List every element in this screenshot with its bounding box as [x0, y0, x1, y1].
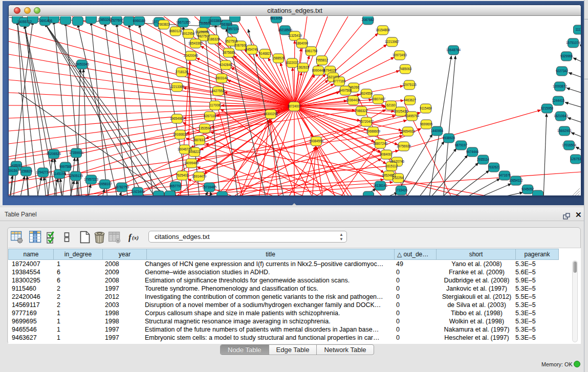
svg-text:7857224: 7857224: [227, 27, 239, 31]
svg-text:1440954: 1440954: [431, 129, 444, 133]
svg-text:9527508: 9527508: [225, 39, 238, 43]
svg-text:19166827: 19166827: [173, 133, 188, 136]
svg-text:13495794: 13495794: [405, 114, 420, 118]
svg-text:(x): (x): [132, 234, 139, 241]
svg-text:15720407: 15720407: [359, 120, 374, 123]
svg-text:14055712: 14055712: [17, 20, 32, 24]
svg-text:1621072: 1621072: [327, 75, 340, 79]
svg-text:9997588: 9997588: [59, 165, 72, 168]
svg-text:15751074: 15751074: [566, 41, 581, 45]
svg-text:6961758: 6961758: [305, 49, 318, 53]
svg-text:1864090: 1864090: [296, 41, 309, 45]
svg-text:19384554: 19384554: [309, 139, 324, 143]
svg-text:2935114: 2935114: [477, 158, 490, 161]
svg-text:1615112: 1615112: [385, 164, 398, 168]
svg-text:6794028: 6794028: [324, 69, 337, 72]
svg-text:11923448: 11923448: [130, 190, 145, 193]
svg-text:9245052: 9245052: [521, 187, 534, 191]
svg-text:117008: 117008: [210, 103, 221, 107]
svg-text:8186328: 8186328: [207, 37, 220, 41]
svg-text:8454749: 8454749: [246, 48, 258, 51]
svg-text:2803144: 2803144: [215, 76, 228, 80]
svg-text:23420046: 23420046: [184, 54, 199, 57]
svg-text:19218506: 19218506: [278, 28, 293, 32]
svg-text:16120746: 16120746: [390, 160, 405, 163]
svg-text:14136141: 14136141: [373, 184, 388, 187]
svg-text:7986322: 7986322: [355, 109, 368, 113]
svg-text:15692901: 15692901: [557, 129, 572, 133]
svg-text:9463627: 9463627: [404, 98, 417, 102]
svg-text:1244415: 1244415: [552, 99, 565, 102]
svg-text:62160: 62160: [386, 103, 396, 107]
svg-text:1145194: 1145194: [53, 172, 66, 176]
svg-text:16543362: 16543362: [188, 41, 203, 45]
svg-text:1733426: 1733426: [395, 188, 408, 192]
svg-text:17359934: 17359934: [69, 151, 84, 155]
svg-text:9777169: 9777169: [333, 79, 346, 83]
svg-text:10958107: 10958107: [98, 182, 113, 186]
svg-text:12505135: 12505135: [69, 174, 83, 178]
svg-text:39159: 39159: [9, 169, 17, 172]
svg-text:16154808: 16154808: [376, 28, 390, 32]
svg-text:7625402: 7625402: [176, 173, 189, 177]
svg-text:126753: 126753: [570, 157, 581, 161]
svg-text:10807487: 10807487: [371, 97, 386, 101]
svg-text:8813054: 8813054: [270, 16, 283, 20]
svg-text:9329966: 9329966: [560, 54, 573, 58]
svg-text:19654983: 19654983: [170, 117, 185, 120]
svg-text:8215958: 8215958: [541, 106, 554, 110]
svg-text:10025438: 10025438: [394, 110, 408, 113]
svg-text:8471676: 8471676: [498, 173, 511, 177]
svg-text:2718126: 2718126: [176, 70, 188, 74]
svg-text:7632621: 7632621: [488, 165, 500, 169]
svg-text:17016504: 17016504: [562, 143, 577, 147]
svg-text:16782759: 16782759: [115, 185, 129, 189]
svg-text:2067608: 2067608: [234, 43, 247, 47]
svg-text:10654112: 10654112: [509, 179, 523, 182]
svg-text:3875685: 3875685: [223, 51, 235, 54]
svg-text:16671355: 16671355: [176, 20, 191, 24]
svg-text:9227342: 9227342: [556, 69, 569, 73]
svg-text:9474444: 9474444: [466, 150, 479, 154]
svg-text:8267110: 8267110: [204, 114, 216, 118]
svg-text:7663822: 7663822: [220, 23, 233, 26]
svg-text:4498222: 4498222: [188, 150, 201, 154]
svg-text:3624554: 3624554: [360, 92, 373, 95]
svg-text:8427552: 8427552: [212, 89, 225, 93]
svg-text:10973493: 10973493: [393, 53, 407, 57]
svg-text:7485063: 7485063: [399, 67, 412, 71]
svg-text:6879197: 6879197: [455, 143, 468, 147]
svg-text:887833: 887833: [194, 138, 205, 142]
svg-text:1527602: 1527602: [111, 18, 123, 22]
svg-text:9115460: 9115460: [420, 106, 432, 110]
svg-text:16914479: 16914479: [192, 174, 207, 178]
svg-text:18300295: 18300295: [264, 112, 278, 116]
svg-text:19654923: 19654923: [401, 129, 416, 133]
svg-text:18807249: 18807249: [373, 142, 388, 145]
svg-text:12975115: 12975115: [402, 83, 417, 86]
svg-text:7663822: 7663822: [158, 23, 170, 26]
svg-text:6497568: 6497568: [339, 89, 352, 92]
svg-text:1435061: 1435061: [10, 164, 23, 167]
svg-text:12093872: 12093872: [553, 84, 568, 88]
svg-text:9146821: 9146821: [259, 52, 272, 55]
svg-text:12213369: 12213369: [170, 85, 185, 89]
svg-text:2087682: 2087682: [362, 18, 375, 21]
svg-text:16033809: 16033809: [208, 19, 223, 23]
svg-text:14099489: 14099489: [184, 161, 199, 165]
svg-text:8322037: 8322037: [286, 61, 299, 64]
svg-text:12213967: 12213967: [385, 40, 400, 43]
svg-text:15716485: 15716485: [202, 185, 217, 189]
svg-text:1353594: 1353594: [199, 126, 211, 130]
svg-text:20691406: 20691406: [38, 19, 53, 23]
svg-text:8990448: 8990448: [312, 69, 325, 72]
svg-text:20364436: 20364436: [346, 98, 361, 102]
svg-text:16210643: 16210643: [554, 114, 569, 118]
svg-text:7955812: 7955812: [316, 58, 329, 62]
svg-text:8660124: 8660124: [169, 29, 182, 33]
svg-text:18724007: 18724007: [287, 104, 302, 108]
svg-text:10688609: 10688609: [366, 129, 381, 133]
svg-text:18226058: 18226058: [195, 30, 210, 34]
svg-text:1156829: 1156829: [20, 169, 33, 173]
svg-text:29053346: 29053346: [75, 62, 90, 66]
